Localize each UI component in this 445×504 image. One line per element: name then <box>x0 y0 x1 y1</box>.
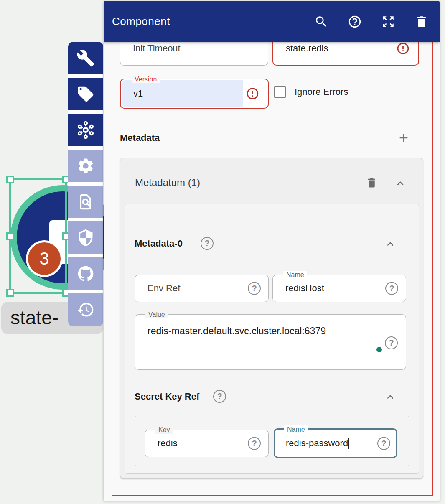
github-icon <box>76 265 95 283</box>
metadata0-heading: Metadata-0 <box>135 238 183 249</box>
version-value: v1 <box>133 88 143 99</box>
settings-button[interactable] <box>68 150 103 182</box>
metadata-name-label: Name <box>283 271 307 279</box>
selection-edge-top <box>10 178 66 180</box>
mesh-button[interactable] <box>68 114 103 146</box>
inspect-button[interactable] <box>68 186 103 218</box>
chevron-up-icon <box>394 177 407 190</box>
help-icon[interactable]: ? <box>385 282 398 295</box>
help-icon[interactable]: ? <box>201 237 214 250</box>
metadata-value-field[interactable]: Value redis-master.default.svc.cluster.l… <box>135 314 406 370</box>
doc-scan-icon <box>76 193 95 211</box>
metadatum-card: Metadatum (1) Metadata-0 ? <box>120 158 423 479</box>
ignore-errors-checkbox[interactable] <box>274 86 286 98</box>
env-ref-field[interactable]: Env Ref ? <box>135 275 269 302</box>
history-button[interactable] <box>68 293 103 326</box>
plus-icon <box>397 131 410 145</box>
metadata-name-value: redisHost <box>285 283 324 294</box>
fullscreen-button[interactable] <box>381 15 395 29</box>
selection-handle-w[interactable] <box>6 232 14 240</box>
node-action-toolbar <box>68 42 103 326</box>
search-icon <box>314 15 328 29</box>
collapse-metadata0-button[interactable] <box>384 238 397 250</box>
error-icon <box>396 42 410 56</box>
gear-icon <box>76 157 95 175</box>
secret-name-label: Name <box>284 425 308 433</box>
text-cursor <box>348 438 349 449</box>
secret-key-value: redis <box>158 438 178 449</box>
shield-icon <box>76 229 95 247</box>
version-field[interactable]: v1 Version <box>120 79 269 109</box>
selection-handle-nw[interactable] <box>6 176 14 183</box>
history-icon <box>76 300 95 319</box>
badge-count: 3 <box>39 249 49 269</box>
type-value: state.redis <box>286 43 328 54</box>
selection-edge-bottom <box>10 292 66 294</box>
error-count-badge[interactable]: 3 <box>26 240 63 277</box>
fullscreen-icon <box>381 15 395 29</box>
version-label: Version <box>132 75 160 83</box>
help-icon[interactable]: ? <box>248 282 261 295</box>
secret-key-field[interactable]: Key redis ? <box>145 430 269 457</box>
panel-title: Component <box>112 15 170 28</box>
chevron-up-icon <box>384 391 397 403</box>
secret-name-field[interactable]: Name redis-password ? <box>274 428 397 458</box>
help-icon[interactable]: ? <box>385 336 398 349</box>
help-icon[interactable]: ? <box>213 390 226 403</box>
delete-component-button[interactable] <box>414 15 429 29</box>
chevron-up-icon <box>384 238 397 250</box>
label-button[interactable] <box>68 78 103 110</box>
init-timeout-placeholder: Init Timeout <box>133 43 181 54</box>
panel-header: Component <box>104 1 440 42</box>
secret-key-ref-heading: Secret Key Ref <box>135 391 199 402</box>
collapse-metadatum-button[interactable] <box>394 177 407 190</box>
error-icon <box>246 87 259 101</box>
component-config-panel: Init Timeout state.redis v1 Version Igno… <box>104 1 440 501</box>
search-button[interactable] <box>314 15 328 29</box>
secret-name-value: redis-password <box>286 438 348 449</box>
selection-handle-sw[interactable] <box>6 289 14 297</box>
source-button[interactable] <box>68 257 103 290</box>
ignore-errors-label: Ignore Errors <box>295 87 348 97</box>
help-icon[interactable]: ? <box>248 437 261 450</box>
help-button[interactable] <box>348 15 362 29</box>
metadata-heading: Metadata <box>120 132 160 143</box>
help-icon[interactable]: ? <box>377 437 390 450</box>
security-button[interactable] <box>68 221 103 254</box>
secret-key-label: Key <box>155 426 173 434</box>
drag-handle-dot[interactable] <box>376 347 382 352</box>
delete-metadatum-button[interactable] <box>366 177 378 189</box>
metadatum-title: Metadatum (1) <box>135 177 200 188</box>
trash-icon <box>414 15 429 29</box>
add-metadata-button[interactable] <box>397 131 410 145</box>
tag-icon <box>76 85 95 103</box>
secret-key-ref-group: Key redis ? Name redis-password ? <box>135 416 409 466</box>
mesh-hub-icon <box>76 121 95 139</box>
collapse-secret-key-ref-button[interactable] <box>384 391 397 403</box>
trash-icon <box>366 177 378 189</box>
configure-button[interactable] <box>68 42 103 74</box>
env-ref-placeholder: Env Ref <box>147 283 180 294</box>
metadatum-body: Metadata-0 ? Env Ref ? Name redisHost ? <box>125 204 419 474</box>
metadata-value-label: Value <box>145 311 168 318</box>
help-icon <box>348 15 362 29</box>
metadata-value-text: redis-master.default.svc.cluster.local:6… <box>147 326 326 337</box>
metadata-name-field[interactable]: Name redisHost ? <box>272 275 406 302</box>
wrench-icon <box>76 49 95 67</box>
